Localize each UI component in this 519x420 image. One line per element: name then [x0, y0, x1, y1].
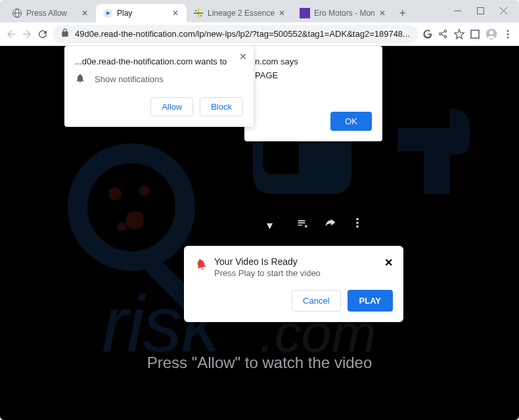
extensions-icon[interactable] — [469, 25, 481, 43]
page-content: risk .com ✕ ...d0e.read-the-notification… — [0, 46, 519, 420]
tab-title: Ero Motors - Mon — [314, 9, 375, 18]
play-icon — [102, 8, 113, 18]
forward-button[interactable] — [21, 25, 33, 43]
svg-point-22 — [507, 36, 509, 38]
svg-point-33 — [356, 225, 359, 228]
globe-icon — [12, 8, 22, 18]
chevron-down-icon[interactable]: ▾ — [267, 218, 273, 233]
play-button[interactable]: PLAY — [348, 290, 393, 312]
close-icon[interactable]: ✕ — [384, 256, 393, 269]
share-icon[interactable] — [438, 25, 449, 43]
svg-rect-11 — [478, 8, 484, 14]
allow-button[interactable]: Allow — [150, 97, 193, 116]
svg-point-26 — [125, 211, 144, 229]
url-text: 49d0e.read-the-notification.com/lp/new-l… — [75, 29, 410, 39]
google-icon[interactable] — [422, 25, 434, 43]
close-icon[interactable]: ✕ — [171, 9, 180, 18]
cancel-button[interactable]: Cancel — [292, 290, 340, 312]
window-close-icon[interactable] — [500, 5, 507, 17]
svg-point-31 — [356, 218, 359, 221]
permission-label: Show notifications — [95, 74, 164, 84]
address-bar[interactable]: 49d0e.read-the-notification.com/lp/new-l… — [53, 25, 418, 43]
favicon-icon — [193, 8, 204, 18]
close-icon[interactable]: ✕ — [239, 51, 247, 62]
bell-alert-icon — [194, 258, 208, 273]
block-button[interactable]: Block — [200, 97, 243, 116]
new-tab-button[interactable]: + — [394, 4, 412, 22]
svg-point-16 — [445, 35, 447, 37]
svg-point-19 — [489, 30, 493, 34]
svg-point-21 — [507, 33, 509, 35]
svg-point-20 — [507, 30, 509, 32]
tab-title: Play — [117, 9, 168, 18]
browser-tab[interactable]: Press Allow ✕ — [5, 4, 96, 22]
playlist-icon[interactable] — [296, 217, 309, 233]
lock-icon — [60, 28, 70, 39]
notification-permission-popup: ✕ ...d0e.read-the-notification.com wants… — [64, 46, 254, 127]
video-ready-subtitle: Press Play to start the video — [214, 268, 378, 278]
tab-title: Lineage 2 Essence — [208, 9, 275, 18]
bookmark-icon[interactable] — [453, 25, 465, 43]
permission-site-text: ...d0e.read-the-notification.com wants t… — [75, 57, 243, 66]
video-player-controls: ▾ — [267, 217, 363, 233]
js-alert-popup: n.com says PAGE OK — [244, 46, 382, 141]
browser-tab[interactable]: Ero Motors - Mon ✕ — [293, 4, 394, 22]
alert-message: PAGE — [255, 70, 372, 80]
svg-point-15 — [445, 30, 447, 32]
back-button[interactable] — [5, 25, 17, 43]
share-icon[interactable] — [324, 217, 337, 233]
svg-rect-6 — [194, 12, 203, 14]
video-ready-popup: Your Video Is Ready Press Play to start … — [184, 246, 403, 322]
alert-origin: n.com says — [255, 57, 372, 66]
more-icon[interactable] — [351, 217, 363, 233]
svg-point-25 — [108, 187, 122, 200]
svg-point-23 — [78, 153, 185, 261]
close-icon[interactable]: ✕ — [277, 9, 286, 18]
close-icon[interactable]: ✕ — [378, 9, 387, 18]
svg-rect-17 — [471, 30, 479, 38]
reload-button[interactable] — [37, 25, 49, 43]
menu-icon[interactable] — [502, 25, 514, 43]
svg-point-14 — [440, 33, 441, 35]
page-instruction: Press "Allow" to watch the video — [0, 354, 519, 372]
svg-rect-8 — [200, 15, 202, 16]
svg-point-32 — [356, 222, 359, 224]
video-ready-title: Your Video Is Ready — [214, 256, 378, 267]
close-icon[interactable]: ✕ — [80, 9, 89, 18]
svg-point-27 — [139, 185, 150, 196]
svg-point-28 — [117, 222, 126, 231]
bell-icon — [75, 73, 85, 85]
profile-icon[interactable] — [485, 25, 498, 43]
maximize-icon[interactable] — [477, 5, 484, 17]
svg-rect-7 — [195, 10, 196, 11]
browser-tab[interactable]: Lineage 2 Essence ✕ — [187, 4, 293, 22]
browser-tab[interactable]: Play ✕ — [96, 4, 187, 22]
svg-rect-9 — [300, 8, 310, 18]
ok-button[interactable]: OK — [330, 112, 372, 131]
minimize-icon[interactable] — [454, 5, 461, 17]
tab-title: Press Allow — [26, 9, 78, 18]
tab-strip: Press Allow ✕ Play ✕ Lineage 2 Essence ✕… — [0, 0, 442, 22]
favicon-icon — [300, 8, 310, 18]
